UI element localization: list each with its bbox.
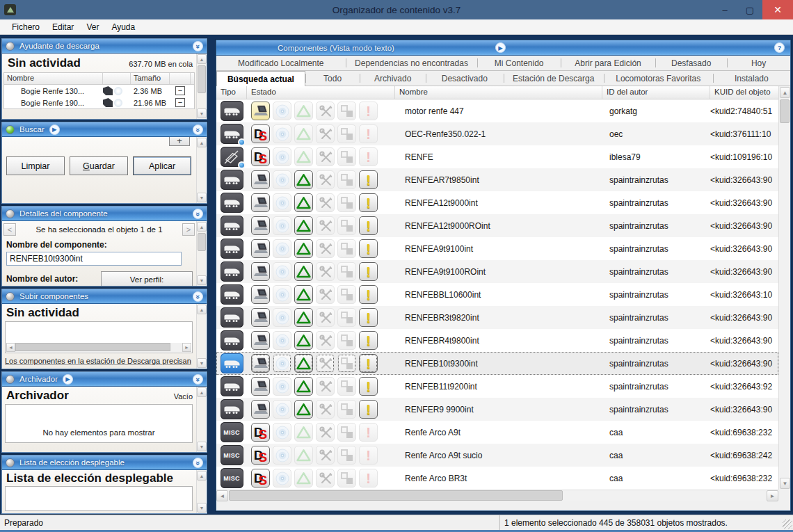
menu-fichero[interactable]: Fichero xyxy=(6,21,46,33)
tab-busqueda-actual[interactable]: Búsqueda actual xyxy=(216,71,305,86)
scroll-down-icon[interactable]: ▼ xyxy=(197,442,207,451)
collapse-chevron-icon[interactable]: » xyxy=(193,458,203,468)
scrollbar-vertical[interactable]: ▲ ▼ xyxy=(196,470,207,513)
table-row[interactable]: ! RENFEA12t9000ROint spaintrainzrutas <k… xyxy=(216,214,778,237)
panel-download-helper-header[interactable]: Ayudante de descarga » xyxy=(2,39,207,54)
scroll-thumb[interactable] xyxy=(15,343,170,351)
scroll-up-icon[interactable]: ▲ xyxy=(197,54,207,64)
table-row[interactable]: ! RENFEAR7t9850int spaintrainzrutas <kui… xyxy=(216,168,778,191)
dropdown-list-box[interactable] xyxy=(5,486,193,511)
clear-button[interactable]: Limpiar xyxy=(6,156,65,175)
panel-dropdown-header[interactable]: Lista de elección desplegable » xyxy=(2,456,207,470)
save-button[interactable]: Guardar xyxy=(70,156,128,175)
scroll-down-icon[interactable]: ▼ xyxy=(197,275,207,285)
collapse-chevron-icon[interactable]: » xyxy=(193,291,203,302)
collapse-chevron-icon[interactable]: » xyxy=(193,374,203,385)
scroll-down-icon[interactable]: ▼ xyxy=(197,193,207,202)
tab-locomotoras-favoritas[interactable]: Locomotoras Favoritas xyxy=(604,71,713,86)
panel-upload-header[interactable]: Subir componentes » xyxy=(2,289,207,304)
collapse-chevron-icon[interactable]: » xyxy=(193,124,203,135)
table-scrollbar-vertical[interactable]: ▲ ▼ xyxy=(778,86,790,490)
scrollbar-vertical[interactable]: ▲ ▼ xyxy=(196,304,207,369)
view-profile-button[interactable]: Ver perfil: xyxy=(101,271,193,286)
tab-archivado[interactable]: Archivado xyxy=(360,71,426,86)
column-header-tipo[interactable]: Tipo xyxy=(216,86,247,99)
table-row[interactable]: ! RENFER9 9900int spaintrainzrutas <kuid… xyxy=(216,398,778,421)
prev-object-button[interactable]: < xyxy=(3,223,16,236)
maximize-button[interactable]: ▢ xyxy=(737,0,762,19)
scroll-up-icon[interactable]: ▲ xyxy=(197,138,207,147)
table-scrollbar-horizontal[interactable]: ◄ ► xyxy=(216,490,778,501)
table-row[interactable]: MISC DS! Renfe Arco BR3t caa <kuid:69638… xyxy=(216,467,778,490)
scrollbar-horizontal[interactable]: ◄ ► xyxy=(6,343,191,352)
collapse-chevron-icon[interactable]: » xyxy=(193,41,203,51)
table-row[interactable]: ! RENFEBR3t9820int spaintrainzrutas <kui… xyxy=(216,306,778,329)
play-icon[interactable]: ▶ xyxy=(495,42,506,53)
remove-from-queue-button[interactable]: − xyxy=(175,98,185,107)
scroll-down-icon[interactable]: ▼ xyxy=(197,358,207,368)
table-row[interactable]: ! motor renfe 447 gorkatg <kuid2:74840:5… xyxy=(216,99,778,122)
tab-todo[interactable]: Todo xyxy=(305,71,360,86)
menu-editar[interactable]: Editar xyxy=(46,21,80,33)
scroll-up-icon[interactable]: ▲ xyxy=(197,387,207,397)
panel-archiver-header[interactable]: Archivador ▶ » xyxy=(2,372,207,387)
scroll-right-icon[interactable]: ► xyxy=(182,343,191,352)
remove-from-queue-button[interactable]: − xyxy=(175,86,185,95)
table-row[interactable]: DS! OEC-Renfe350.022-1 oec <kuid:376111:… xyxy=(216,122,778,145)
scroll-up-icon[interactable]: ▲ xyxy=(197,222,207,232)
column-header-kuid[interactable]: KUID del objeto xyxy=(710,86,778,99)
table-row[interactable]: DS! RENFE iblesa79 <kuid:109196:10 xyxy=(216,145,778,168)
menu-ver[interactable]: Ver xyxy=(80,21,105,33)
help-icon[interactable]: ? xyxy=(774,42,785,53)
table-row[interactable]: MISC DS! Renfe Arco A9t sucio caa <kuid:… xyxy=(216,444,778,467)
column-header-nombre[interactable]: Nombre xyxy=(395,86,602,99)
column-header-tamano[interactable]: Tamaño xyxy=(131,73,170,84)
scroll-left-icon[interactable]: ◄ xyxy=(216,490,228,501)
scrollbar-vertical[interactable]: ▲ ▼ xyxy=(196,137,207,203)
tab-mi-contenido[interactable]: Mi Contenido xyxy=(477,56,561,71)
component-name-field[interactable] xyxy=(6,252,182,266)
scroll-down-icon[interactable]: ▼ xyxy=(780,478,790,489)
tab-desactivado[interactable]: Desactivado xyxy=(426,71,503,86)
table-row[interactable]: ! RENFEA9t9100ROint spaintrainzrutas <ku… xyxy=(216,260,778,283)
scroll-thumb[interactable] xyxy=(198,233,206,251)
column-header-estado[interactable]: Estado xyxy=(247,86,395,99)
column-header-nombre[interactable]: Nombre xyxy=(4,73,103,84)
table-row[interactable]: ! RENFEBR4t9800int spaintrainzrutas <kui… xyxy=(216,329,778,352)
menu-ayuda[interactable]: Ayuda xyxy=(105,21,141,33)
table-row[interactable]: ! RENFEB10t9300int spaintrainzrutas <kui… xyxy=(216,352,778,375)
tab-abrir-para-edicion[interactable]: Abrir para Edición xyxy=(561,56,655,71)
minimize-button[interactable]: – xyxy=(712,0,737,19)
table-row[interactable]: ! RENFEBBL10600int spaintrainzrutas <kui… xyxy=(216,283,778,306)
panel-search-header[interactable]: Buscar ▶ » xyxy=(2,122,207,137)
scroll-down-icon[interactable]: ▼ xyxy=(197,108,207,118)
scrollbar-vertical[interactable]: ▲ ▼ xyxy=(196,54,207,119)
table-row[interactable]: ! RENFEB11t9200int spaintrainzrutas <kui… xyxy=(216,375,778,398)
components-panel-header[interactable]: Componentes (Vista modo texto) ▶ ? xyxy=(216,40,790,56)
tab-estacion-de-descarga[interactable]: Estación de Descarga xyxy=(504,71,604,86)
scroll-down-icon[interactable]: ▼ xyxy=(197,503,207,513)
tab-instalado[interactable]: Instalado xyxy=(713,71,790,86)
column-header-id-del-autor[interactable]: ID del autor xyxy=(602,86,710,99)
download-row[interactable]: Bogie Renfe 130... 2.36 MB − xyxy=(4,85,194,97)
table-row[interactable]: MISC DS! Renfe Arco A9t caa <kuid:69638:… xyxy=(216,421,778,444)
collapse-chevron-icon[interactable]: » xyxy=(193,209,203,219)
apply-button[interactable]: Aplicar xyxy=(133,156,191,175)
resize-grip[interactable] xyxy=(783,519,792,529)
scroll-thumb[interactable] xyxy=(229,490,563,501)
next-object-button[interactable]: > xyxy=(182,223,195,236)
scroll-right-icon[interactable]: ► xyxy=(767,490,778,501)
play-icon[interactable]: ▶ xyxy=(63,374,73,385)
scroll-up-icon[interactable]: ▲ xyxy=(197,305,207,314)
scroll-up-icon[interactable]: ▲ xyxy=(780,87,790,98)
scroll-thumb[interactable] xyxy=(198,65,206,93)
close-button[interactable]: ✕ xyxy=(762,0,793,19)
play-icon[interactable]: ▶ xyxy=(49,124,60,135)
add-filter-button[interactable]: + xyxy=(169,137,190,146)
scrollbar-vertical[interactable]: ▲ ▼ xyxy=(196,221,207,286)
tab-dependencias-no-encontradas[interactable]: Dependencias no encontradas xyxy=(346,56,478,71)
tab-hoy[interactable]: Hoy xyxy=(727,56,790,71)
panel-details-header[interactable]: Detalles del componente » xyxy=(2,207,207,221)
table-row[interactable]: ! RENFEA9t9100int spaintrainzrutas <kuid… xyxy=(216,237,778,260)
scroll-thumb[interactable] xyxy=(780,99,790,123)
